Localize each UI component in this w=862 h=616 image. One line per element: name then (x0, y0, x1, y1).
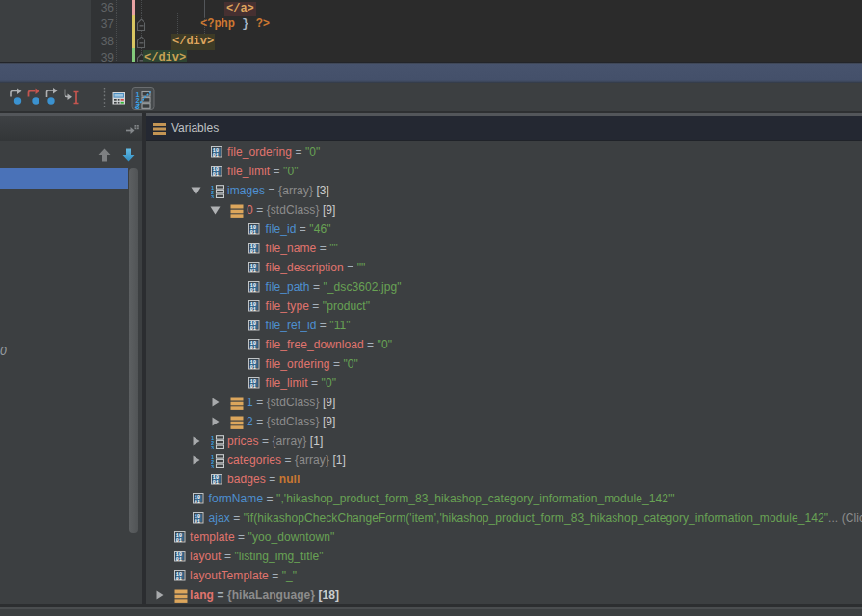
svg-text:3: 3 (211, 464, 214, 468)
svg-text:01: 01 (249, 307, 255, 312)
svg-text:01: 01 (195, 500, 200, 504)
svg-text:01: 01 (249, 249, 255, 254)
svg-text:01: 01 (176, 577, 182, 581)
svg-text:01: 01 (249, 346, 255, 350)
svg-text:3: 3 (211, 194, 214, 198)
svg-text:01: 01 (213, 153, 219, 158)
svg-text:01: 01 (249, 269, 255, 273)
svg-text:01: 01 (249, 288, 255, 293)
svg-text:01: 01 (249, 365, 255, 370)
svg-text:01: 01 (195, 519, 200, 524)
svg-text:3: 3 (211, 445, 214, 449)
svg-text:01: 01 (213, 480, 219, 485)
svg-text:01: 01 (249, 230, 255, 235)
svg-text:01: 01 (176, 538, 182, 543)
svg-text:01: 01 (213, 172, 219, 177)
svg-text:01: 01 (249, 384, 255, 389)
svg-text:01: 01 (249, 326, 255, 331)
svg-text:01: 01 (176, 557, 182, 562)
